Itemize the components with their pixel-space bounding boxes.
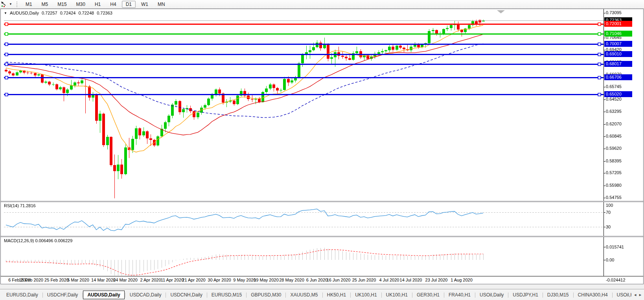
hline-price-badge: 0.70007 <box>604 41 632 47</box>
timeframe-button-m30[interactable]: M30 <box>72 1 89 8</box>
chart-shift-marker[interactable] <box>497 10 505 13</box>
chart-tab-usoil-daily[interactable]: USOil,Daily <box>476 291 508 299</box>
hline-price-badge: 0.68017 <box>604 61 632 67</box>
chart-tab-hk50-h1[interactable]: HK50,H1 <box>323 291 350 299</box>
tab-divider <box>207 293 207 298</box>
symbol-ohlc-readout: ▼ AUDUSD,Daily 0.72257 0.72424 0.72248 0… <box>4 11 112 15</box>
hline-price-badge: 0.66706 <box>604 74 632 80</box>
tab-divider <box>573 293 574 298</box>
chart-tab-audusd-daily[interactable]: AUDUSD,Daily <box>83 291 124 299</box>
price-axis-tick: 0.54755 <box>606 195 622 200</box>
symbol-label: AUDUSD,Daily <box>10 11 39 15</box>
tab-divider <box>322 293 323 298</box>
macd-indicator-canvas[interactable] <box>1 237 642 276</box>
date-axis-label: 1 Aug 2020 <box>444 278 479 282</box>
macd-axis-tick: -0.024412 <box>606 278 626 283</box>
timeframe-button-m15[interactable]: M15 <box>53 1 70 8</box>
timeframe-button-d1[interactable]: D1 <box>122 1 136 8</box>
timeframe-button-m1[interactable]: M1 <box>22 1 36 8</box>
chart-tab-usdcad-daily[interactable]: USDCAD,Daily <box>126 291 166 299</box>
hline-price-badge: 0.65020 <box>604 91 632 97</box>
chart-tab-china300-h4[interactable]: CHINA300,H4 <box>574 291 612 299</box>
macd-axis-tick: 0.015741 <box>606 245 624 250</box>
tab-divider <box>350 293 351 298</box>
chart-tab-usdjpy-h1[interactable]: USDJPY,H1 <box>509 291 542 299</box>
macd-axis-tick: 0.00 <box>606 258 614 263</box>
tab-divider <box>475 293 475 298</box>
top-toolbar: ▼ M1M5M15M30H1H4D1W1MN <box>0 0 644 9</box>
chart-tab-usoil-h1[interactable]: USOil,H1 <box>613 291 632 299</box>
chart-window: ▼ AUDUSD,Daily 0.72257 0.72424 0.72248 0… <box>0 9 644 284</box>
tab-list: EURUSD,DailyUSDCHF,DailyAUDUSD,DailyUSDC… <box>0 291 631 299</box>
toolbar-dropdown-caret[interactable]: ▼ <box>9 2 12 6</box>
rsi-axis-tick: 70 <box>606 210 611 215</box>
price-axis-tick: 0.64520 <box>606 97 622 102</box>
rsi-label: RSI(14) 71.2816 <box>4 203 36 208</box>
hline-price-badge: 0.72001 <box>604 21 632 27</box>
chart-tab-fra40-h1[interactable]: FRA40,H1 <box>445 291 475 299</box>
timeframe-button-w1[interactable]: W1 <box>137 1 152 8</box>
macd-label: MACD(12,26,9) 0.006496 0.006229 <box>4 238 72 243</box>
price-axis-tick: 0.55980 <box>606 183 622 188</box>
tab-divider <box>246 293 247 298</box>
rsi-axis-tick: 30 <box>606 225 611 230</box>
toolbar-grip-handle[interactable] <box>17 2 17 7</box>
hline-price-badge: 0.69010 <box>604 51 632 57</box>
rsi-axis-tick: 100 <box>606 203 613 208</box>
timeframe-button-m5[interactable]: M5 <box>38 1 52 8</box>
tab-divider <box>543 293 543 298</box>
chart-tab-uk100-h1[interactable]: UK100,H1 <box>382 291 412 299</box>
symbol-dropdown-icon[interactable]: ▼ <box>4 11 7 15</box>
date-axis[interactable]: 6 Feb 202015 Feb 202025 Feb 20205 Mar 20… <box>1 276 643 284</box>
tab-divider <box>42 293 43 298</box>
tab-divider <box>381 293 382 298</box>
price-axis-tick: 0.65745 <box>606 84 622 89</box>
open-value: 0.72257 <box>42 11 57 15</box>
chart-tab-ger30-h1[interactable]: GER30,H1 <box>413 291 443 299</box>
chart-tab-eurusd-daily[interactable]: EURUSD,Daily <box>2 291 42 299</box>
tab-divider <box>166 293 166 298</box>
timeframe-buttons: M1M5M15M30H1H4D1W1MN <box>21 1 170 8</box>
tab-divider <box>412 293 412 298</box>
tab-scroll-buttons: ◄ ► <box>631 293 644 297</box>
chart-tab-gbpusd-m30[interactable]: GBPUSD,M30 <box>247 291 285 299</box>
tab-divider <box>82 293 83 298</box>
chart-tab-bar: EURUSD,DailyUSDCHF,DailyAUDUSD,DailyUSDC… <box>0 289 644 300</box>
price-axis-tick: 0.63295 <box>606 109 622 114</box>
chart-tab-eurusd-m15[interactable]: EURUSD,M15 <box>208 291 246 299</box>
low-value: 0.72248 <box>78 11 94 15</box>
timeframe-button-h1[interactable]: H1 <box>91 1 105 8</box>
price-chart-canvas[interactable] <box>1 9 642 201</box>
chart-tab-usdchf-daily[interactable]: USDCHF,Daily <box>43 291 82 299</box>
tab-scroll-left-icon[interactable]: ◄ <box>633 293 637 297</box>
tab-divider <box>125 293 125 298</box>
price-axis-tick: 0.58395 <box>606 158 622 164</box>
tab-divider <box>285 293 286 298</box>
hline-price-badge: 0.71046 <box>604 31 632 37</box>
high-value: 0.72424 <box>60 11 76 15</box>
price-axis-tick: 0.73095 <box>606 10 622 15</box>
timeframe-button-mn[interactable]: MN <box>154 1 169 8</box>
close-value: 0.72363 <box>97 11 112 15</box>
chart-tab-dj30-m15[interactable]: DJ30,M15 <box>543 291 573 299</box>
price-axis-tick: 0.62070 <box>606 121 622 127</box>
chart-tab-xauusd-m5[interactable]: XAUUSD,M5 <box>286 291 322 299</box>
tab-divider <box>612 293 613 298</box>
chart-tab-usdcnh-daily[interactable]: USDCNH,Daily <box>166 291 206 299</box>
chart-tab-uk100-h1[interactable]: UK100,H1 <box>351 291 381 299</box>
tab-scroll-right-icon[interactable]: ► <box>638 293 642 297</box>
price-axis-tick: 0.57205 <box>606 170 622 175</box>
rsi-indicator-canvas[interactable] <box>1 202 642 236</box>
price-axis-tick: 0.59620 <box>606 146 622 151</box>
tab-divider <box>508 293 508 298</box>
tab-divider <box>444 293 444 298</box>
timeframe-button-h4[interactable]: H4 <box>106 1 120 8</box>
pointer-tool-icon[interactable] <box>0 1 8 7</box>
price-axis-tick: 0.60845 <box>606 134 622 139</box>
